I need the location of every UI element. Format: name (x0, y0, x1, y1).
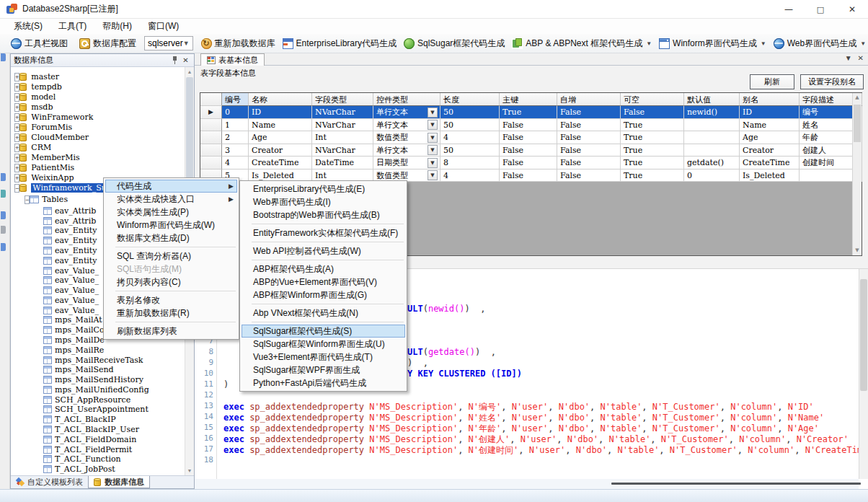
toolbar-button-Winform界面代码生成[interactable]: Winform界面代码生成▼ (655, 35, 770, 51)
submenu-item[interactable]: SqlSugar框架WPF界面生成 (242, 364, 405, 376)
grid-cell[interactable]: NVarChar (312, 119, 373, 132)
toolbar-button-ABP & ABPNext 框架代码生成[interactable]: ABP & ABPNext 框架代码生成▼ (508, 35, 655, 51)
grid-cell[interactable]: True (500, 106, 557, 119)
tree-node-table[interactable]: T_ACL_BlackIP_User (11, 425, 185, 435)
grid-cell[interactable]: 50 (440, 119, 500, 132)
grid-cell[interactable]: False (500, 144, 557, 157)
grid-cell[interactable]: NVarChar (312, 106, 373, 119)
grid-cell[interactable]: newid() (684, 106, 740, 119)
toolbar-button-工具栏视图[interactable]: 工具栏视图 (7, 35, 71, 51)
grid-cell[interactable]: DateTime (312, 157, 373, 169)
tree-node-database[interactable]: +CloudMember (11, 132, 185, 142)
sql-horizontal-scrollbar[interactable] (195, 479, 859, 489)
tree-node-table[interactable]: SCH_AppResource (11, 395, 185, 405)
grid-cell[interactable]: Creator (249, 144, 312, 157)
minimize-button[interactable]: — (773, 0, 805, 19)
context-menu-item[interactable]: 实体类生成快速入口▶ (105, 193, 237, 206)
expander-icon[interactable]: + (14, 93, 19, 102)
row-header-cell[interactable] (200, 119, 222, 132)
grid-cell[interactable] (684, 131, 740, 144)
grid-cell[interactable]: getdate() (684, 157, 740, 169)
grid-cell[interactable]: 2 (222, 131, 249, 144)
tab-close-icon[interactable]: ✕ (858, 54, 864, 62)
grid-column-header[interactable]: 默认值 (684, 93, 740, 106)
tree-node-table[interactable]: T_ACL_JobPost (11, 464, 185, 475)
grid-cell[interactable]: 日期类型▼ (373, 157, 440, 169)
expander-icon[interactable]: + (14, 123, 19, 132)
grid-cell[interactable]: Name (740, 119, 800, 132)
submenu-item[interactable]: EnterpriseLibrary代码生成(E) (242, 182, 405, 195)
tree-node-table[interactable]: mps_MailSendHistory (11, 375, 185, 385)
grid-cell[interactable] (684, 119, 740, 132)
toolbar-button-SqlSugar框架代码生成[interactable]: SqlSugar框架代码生成 (400, 35, 508, 51)
submenu-item[interactable]: SqlSugar框架Winform界面生成(U) (242, 338, 405, 351)
grid-cell[interactable]: False (500, 131, 557, 144)
tree-node-table[interactable]: T_ACL_FieldDomain (11, 434, 185, 444)
grid-column-header[interactable]: 控件类型 (373, 93, 440, 106)
submenu-item[interactable]: Python+FastApi后端代码生成 (242, 376, 405, 389)
context-menu-item[interactable]: SQL 查询分析器(A) (105, 250, 237, 263)
tree-node-table[interactable]: mps_MailSend (11, 365, 185, 375)
grid-cell[interactable]: False (557, 157, 621, 169)
grid-cell[interactable]: 50 (440, 106, 500, 119)
tree-node-table[interactable]: mps_MailUnifiedConfig (11, 385, 185, 395)
menubar-item-3[interactable]: 帮助(H) (94, 19, 140, 34)
tree-node-database[interactable]: +CRM (11, 142, 185, 152)
expander-icon[interactable]: + (14, 103, 19, 112)
tree-node-table[interactable]: mps_MailRe (11, 345, 185, 355)
grid-cell[interactable]: NVarChar (312, 144, 373, 157)
refresh-button[interactable]: 刷新 (750, 74, 794, 89)
maximize-button[interactable]: □ (805, 0, 836, 19)
grid-cell[interactable]: Int (312, 131, 373, 144)
dropdown-button[interactable]: ▼ (428, 158, 438, 168)
submenu-item[interactable]: Web API控制器代码生成(W) (242, 245, 405, 257)
grid-cell[interactable]: 1 (222, 119, 249, 132)
grid-column-header[interactable]: 可空 (621, 93, 684, 106)
grid-cell[interactable]: 8 (440, 157, 500, 169)
panel-close-icon[interactable]: ✕ (180, 56, 191, 66)
grid-cell[interactable]: Is_Deleted (740, 169, 800, 182)
grid-cell[interactable]: 50 (440, 144, 500, 157)
grid-column-header[interactable]: 长度 (440, 93, 500, 106)
scroll-down-icon[interactable]: ▼ (853, 246, 862, 255)
tree-node-database[interactable]: +PatientMis (11, 162, 185, 172)
submenu-item[interactable]: Bootstrap的Web界面代码生成(B) (242, 208, 405, 221)
submenu-item[interactable]: Abp VNext框架代码生成(N) (242, 307, 405, 320)
grid-cell[interactable]: False (500, 169, 557, 182)
grid-cell[interactable]: 单行文本▼ (373, 144, 440, 157)
expander-icon[interactable]: + (14, 73, 19, 82)
submenu-item[interactable]: EntityFramework实体框架代码生成(F) (242, 226, 405, 239)
submenu-item[interactable]: ABP的Vue+Element界面代码(V) (242, 276, 405, 289)
grid-cell[interactable]: CreateTime (740, 157, 800, 169)
tree-node-database[interactable]: +msdb (11, 102, 185, 112)
dropdown-button[interactable]: ▼ (428, 133, 438, 143)
toolbar-button-数据库配置[interactable]: 数据库配置 (76, 35, 140, 51)
expander-icon[interactable]: + (14, 174, 19, 182)
grid-cell[interactable]: Name (249, 119, 312, 132)
dropdown-button[interactable]: ▼ (428, 120, 438, 130)
tab-table-info[interactable]: 表基本信息 (200, 53, 265, 66)
sql-vertical-scrollbar[interactable] (859, 269, 868, 479)
grid-cell[interactable]: 0 (684, 169, 740, 182)
grid-cell[interactable]: 数值类型▼ (373, 131, 440, 144)
grid-cell[interactable]: False (621, 106, 684, 119)
grid-cell[interactable]: True (621, 157, 684, 169)
grid-cell[interactable]: 3 (222, 144, 249, 157)
tree-node-database[interactable]: +model (11, 92, 185, 102)
grid-cell[interactable]: 4 (440, 131, 500, 144)
grid-column-header[interactable]: 字段类型 (312, 93, 373, 106)
grid-column-header[interactable]: 别名 (740, 93, 800, 106)
menubar-item-2[interactable]: 工具(T) (50, 19, 94, 34)
db-type-select[interactable]: sqlserver▼ (144, 36, 193, 50)
grid-cell[interactable]: Age (740, 131, 800, 144)
submenu-item[interactable]: Web界面代码生成(I) (242, 195, 405, 208)
tree-node-database[interactable]: +ForumMis (11, 122, 185, 132)
toolbar-button-重新加载数据库[interactable]: 重新加载数据库 (198, 35, 279, 51)
tree-node-table[interactable]: T_ACL_BlackIP (11, 415, 185, 425)
context-menu-item[interactable]: SQL语句生成(M) (105, 263, 237, 276)
menubar-item-4[interactable]: 窗口(W) (140, 19, 187, 34)
grid-cell[interactable]: 4 (440, 169, 500, 182)
toolbar-button-EnterpriseLibrary代码生成[interactable]: EnterpriseLibrary代码生成 (279, 35, 400, 51)
grid-column-header[interactable]: 主键 (500, 93, 557, 106)
grid-scrollbar[interactable]: ▲ ▼ (852, 93, 862, 255)
